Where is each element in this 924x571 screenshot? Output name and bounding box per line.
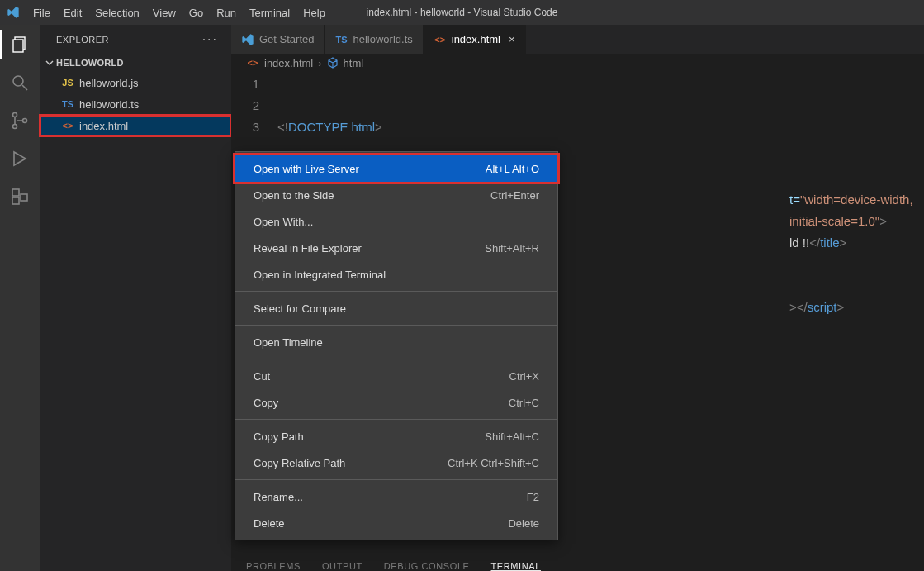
panel-tab-debug-console[interactable]: DEBUG CONSOLE bbox=[384, 561, 470, 571]
panel-tabs: PROBLEMSOUTPUTDEBUG CONSOLETERMINAL bbox=[246, 558, 541, 571]
panel-tab-terminal[interactable]: TERMINAL bbox=[491, 561, 541, 571]
menu-help[interactable]: Help bbox=[296, 3, 332, 22]
file-label: helloworld.ts bbox=[79, 98, 139, 111]
menu-item-label: Select for Compare bbox=[254, 302, 346, 315]
file-item-index.html[interactable]: <>index.html bbox=[40, 115, 231, 136]
extensions-icon[interactable] bbox=[8, 185, 31, 208]
menu-run[interactable]: Run bbox=[210, 3, 243, 22]
file-item-helloworld.ts[interactable]: TShelloworld.ts bbox=[40, 93, 231, 115]
menu-item-label: Open to the Side bbox=[254, 189, 334, 202]
menu-item-open-to-the-side[interactable]: Open to the SideCtrl+Enter bbox=[235, 182, 557, 208]
source-control-icon[interactable] bbox=[8, 109, 31, 132]
context-menu: Open with Live ServerAlt+L Alt+OOpen to … bbox=[235, 151, 558, 540]
sidebar-header: EXPLORER ··· bbox=[40, 25, 231, 54]
menu-item-cut[interactable]: CutCtrl+X bbox=[235, 363, 557, 389]
panel-tab-problems[interactable]: PROBLEMS bbox=[246, 561, 301, 571]
svg-point-5 bbox=[13, 125, 17, 129]
menu-item-shortcut: Shift+Alt+C bbox=[485, 431, 539, 443]
menu-item-shortcut: Ctrl+C bbox=[509, 397, 539, 409]
menu-item-copy-relative-path[interactable]: Copy Relative PathCtrl+K Ctrl+Shift+C bbox=[235, 450, 557, 476]
menu-item-select-for-compare[interactable]: Select for Compare bbox=[235, 295, 557, 321]
tab-label: index.html bbox=[452, 33, 500, 45]
activity-bar bbox=[0, 25, 40, 571]
menu-view[interactable]: View bbox=[146, 3, 182, 22]
editor-tabs: Get StartedTShelloworld.ts<>index.html× bbox=[231, 25, 924, 54]
menu-item-label: Copy bbox=[254, 397, 278, 409]
vscode-logo-icon bbox=[7, 6, 20, 19]
menu-item-label: Cut bbox=[254, 370, 270, 383]
search-icon[interactable] bbox=[8, 71, 31, 94]
cube-icon bbox=[327, 57, 339, 69]
menu-item-open-timeline[interactable]: Open Timeline bbox=[235, 329, 557, 355]
menu-terminal[interactable]: Terminal bbox=[243, 3, 296, 22]
tab-label: Get Started bbox=[259, 33, 314, 45]
file-label: index.html bbox=[79, 120, 128, 132]
close-icon[interactable]: × bbox=[509, 33, 515, 45]
code-peek: t="width=device-width, initial-scale=1.0… bbox=[789, 103, 924, 318]
menu-separator bbox=[235, 419, 557, 420]
menu-separator bbox=[235, 291, 557, 292]
menu-separator bbox=[235, 359, 557, 359]
file-tree: JShelloworld.jsTShelloworld.ts<>index.ht… bbox=[40, 72, 231, 136]
file-icon: TS bbox=[61, 99, 74, 109]
sidebar-title: EXPLORER bbox=[56, 35, 109, 45]
file-icon: <> bbox=[61, 121, 74, 131]
menu-item-shortcut: Ctrl+X bbox=[509, 370, 539, 383]
breadcrumb[interactable]: <> index.html › html bbox=[231, 54, 924, 72]
chevron-down-icon bbox=[45, 58, 54, 68]
breadcrumb-file: index.html bbox=[264, 57, 313, 69]
menu-item-label: Open With... bbox=[254, 216, 313, 228]
menu-separator bbox=[235, 479, 557, 480]
more-icon[interactable]: ··· bbox=[202, 32, 218, 47]
folder-header[interactable]: HELLOWORLD bbox=[40, 54, 231, 72]
run-debug-icon[interactable] bbox=[8, 147, 31, 170]
menu-item-label: Open Timeline bbox=[254, 336, 323, 349]
menu-item-shortcut: Alt+L Alt+O bbox=[486, 163, 539, 175]
titlebar: FileEditSelectionViewGoRunTerminalHelp i… bbox=[0, 0, 924, 25]
menu-go[interactable]: Go bbox=[182, 3, 210, 22]
menu-item-open-with-[interactable]: Open With... bbox=[235, 208, 557, 235]
menu-item-copy-path[interactable]: Copy PathShift+Alt+C bbox=[235, 423, 557, 450]
html-file-icon: <> bbox=[246, 58, 259, 68]
breadcrumb-node: html bbox=[344, 57, 364, 69]
svg-rect-7 bbox=[12, 189, 19, 196]
menu-item-delete[interactable]: DeleteDelete bbox=[235, 510, 557, 536]
tab-label: helloworld.ts bbox=[353, 33, 412, 45]
explorer-icon[interactable] bbox=[8, 33, 31, 56]
tab-get-started[interactable]: Get Started bbox=[231, 25, 325, 54]
menu-item-reveal-in-file-explorer[interactable]: Reveal in File ExplorerShift+Alt+R bbox=[235, 235, 557, 261]
menu-item-copy[interactable]: CopyCtrl+C bbox=[235, 389, 557, 416]
menu-item-shortcut: Shift+Alt+R bbox=[485, 242, 539, 255]
svg-point-6 bbox=[23, 119, 27, 123]
menu-item-label: Open in Integrated Terminal bbox=[254, 269, 386, 281]
menu-item-open-with-live-server[interactable]: Open with Live ServerAlt+L Alt+O bbox=[235, 155, 557, 182]
menu-item-open-in-integrated-terminal[interactable]: Open in Integrated Terminal bbox=[235, 261, 557, 288]
panel-tab-output[interactable]: OUTPUT bbox=[322, 561, 362, 571]
svg-point-2 bbox=[13, 76, 23, 86]
menu-item-label: Open with Live Server bbox=[254, 163, 359, 175]
menu-item-shortcut: Ctrl+Enter bbox=[490, 189, 539, 202]
menu-item-rename-[interactable]: Rename...F2 bbox=[235, 483, 557, 510]
menu-selection[interactable]: Selection bbox=[88, 3, 145, 22]
svg-rect-1 bbox=[13, 40, 23, 52]
svg-line-3 bbox=[22, 85, 27, 90]
tab-helloworld-ts[interactable]: TShelloworld.ts bbox=[325, 25, 423, 54]
file-item-helloworld.js[interactable]: JShelloworld.js bbox=[40, 72, 231, 93]
menu-item-label: Copy Path bbox=[254, 431, 304, 443]
menu-file[interactable]: File bbox=[26, 3, 57, 22]
tab-index-html[interactable]: <>index.html× bbox=[424, 25, 526, 54]
menu-edit[interactable]: Edit bbox=[57, 3, 88, 22]
menu-item-shortcut: Ctrl+K Ctrl+Shift+C bbox=[448, 457, 539, 469]
folder-name: HELLOWORLD bbox=[56, 58, 124, 68]
file-icon: JS bbox=[61, 78, 74, 88]
svg-rect-8 bbox=[12, 197, 19, 204]
menu-item-label: Rename... bbox=[254, 491, 303, 503]
menu-item-shortcut: Delete bbox=[508, 517, 539, 530]
svg-rect-9 bbox=[21, 194, 27, 201]
sidebar: EXPLORER ··· HELLOWORLD JShelloworld.jsT… bbox=[40, 25, 231, 571]
menu-item-label: Copy Relative Path bbox=[254, 457, 345, 469]
chevron-right-icon: › bbox=[318, 57, 321, 69]
svg-point-4 bbox=[13, 113, 17, 117]
menu-item-shortcut: F2 bbox=[527, 491, 539, 503]
menu-item-label: Delete bbox=[254, 517, 285, 530]
